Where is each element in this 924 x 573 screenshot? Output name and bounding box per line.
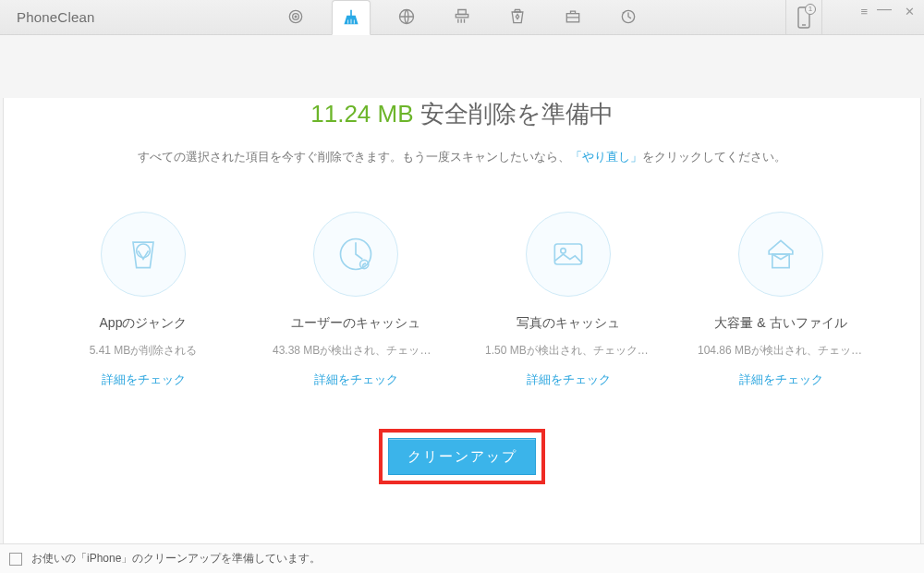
user-cache-icon bbox=[335, 234, 376, 274]
app-junk-circle bbox=[101, 212, 186, 297]
card-link[interactable]: 詳細をチェック bbox=[314, 372, 398, 388]
card-app-junk: Appのジャンク 5.41 MBが削除される 詳細をチェック bbox=[51, 212, 236, 388]
app-junk-icon bbox=[123, 234, 164, 274]
tabstrip bbox=[276, 0, 648, 34]
card-title: ユーザーのキャッシュ bbox=[291, 315, 420, 332]
card-sub: 104.86 MBが検出され、チェックしま... bbox=[698, 343, 864, 359]
status-text: お使いの「iPhone」のクリーンアップを準備しています。 bbox=[31, 551, 321, 567]
main-panel: 11.24 MB 安全削除を準備中 すべての選択された項目を今すぐ削除できます。… bbox=[3, 98, 921, 573]
window-controls: ≡ — ✕ bbox=[860, 6, 915, 18]
tab-clean[interactable] bbox=[332, 0, 371, 35]
device-slot[interactable]: 1 bbox=[785, 0, 822, 35]
cleanup-button[interactable]: クリーンアップ bbox=[388, 438, 536, 475]
app-title: PhoneClean bbox=[17, 9, 95, 25]
target-icon bbox=[286, 7, 305, 26]
headline-suffix: 安全削除を準備中 bbox=[420, 100, 614, 128]
svg-point-2 bbox=[295, 16, 297, 18]
card-sub: 5.41 MBが削除される bbox=[60, 343, 226, 359]
headline-size: 11.24 MB bbox=[310, 100, 413, 128]
subline: すべての選択された項目を今すぐ削除できます。もう一度スキャンしたいなら、「やり直… bbox=[4, 149, 920, 165]
card-link[interactable]: 詳細をチェック bbox=[527, 372, 611, 388]
shredder-icon bbox=[453, 7, 471, 26]
cleanup-highlight: クリーンアップ bbox=[379, 429, 545, 484]
retry-link[interactable]: 「やり直し」 bbox=[570, 150, 642, 164]
recycle-bin-icon bbox=[508, 7, 527, 26]
briefcase-icon bbox=[564, 7, 582, 26]
refresh-icon bbox=[619, 7, 638, 26]
card-sub: 43.38 MBが検出され、チェックしま... bbox=[273, 343, 439, 359]
card-photo-cache: 写真のキャッシュ 1.50 MBが検出され、チェックします... 詳細をチェック bbox=[476, 212, 661, 388]
card-user-cache: ユーザーのキャッシュ 43.38 MBが検出され、チェックしま... 詳細をチェ… bbox=[263, 212, 448, 388]
card-sub: 1.50 MBが検出され、チェックします... bbox=[485, 343, 651, 359]
tab-internet[interactable] bbox=[387, 0, 426, 34]
statusbar: お使いの「iPhone」のクリーンアップを準備しています。 bbox=[0, 543, 924, 573]
globe-icon bbox=[397, 7, 416, 26]
broom-icon bbox=[342, 8, 360, 27]
subline-post: をクリックしてください。 bbox=[642, 150, 786, 164]
large-old-circle bbox=[738, 212, 823, 297]
user-cache-circle bbox=[313, 212, 398, 297]
card-title: 写真のキャッシュ bbox=[517, 315, 620, 332]
tab-restore[interactable] bbox=[609, 0, 648, 34]
headline: 11.24 MB 安全削除を準備中 bbox=[4, 98, 920, 130]
tab-speedup[interactable] bbox=[553, 0, 592, 34]
minimize-icon[interactable]: — bbox=[877, 3, 892, 16]
subline-pre: すべての選択された項目を今すぐ削除できます。もう一度スキャンしたいなら、 bbox=[138, 150, 570, 164]
titlebar: PhoneClean 1 ≡ — ✕ bbox=[0, 0, 924, 35]
tab-target[interactable] bbox=[276, 0, 315, 34]
tab-toolbox[interactable] bbox=[443, 0, 481, 34]
card-link[interactable]: 詳細をチェック bbox=[102, 372, 186, 388]
large-old-icon bbox=[760, 234, 801, 274]
svg-rect-12 bbox=[554, 244, 581, 264]
cards-row: Appのジャンク 5.41 MBが削除される 詳細をチェック ユーザーのキャッシ… bbox=[4, 212, 920, 388]
card-link[interactable]: 詳細をチェック bbox=[739, 372, 823, 388]
status-checkbox[interactable] bbox=[9, 553, 22, 566]
card-large-old: 大容量 & 古いファイル 104.86 MBが検出され、チェックしま... 詳細… bbox=[688, 212, 873, 388]
card-title: Appのジャンク bbox=[100, 315, 188, 332]
card-title: 大容量 & 古いファイル bbox=[714, 315, 846, 332]
menu-icon[interactable]: ≡ bbox=[860, 6, 864, 18]
device-badge: 1 bbox=[805, 4, 816, 15]
photo-cache-circle bbox=[526, 212, 611, 297]
close-icon[interactable]: ✕ bbox=[905, 6, 915, 18]
svg-point-13 bbox=[561, 249, 566, 254]
photo-cache-icon bbox=[548, 234, 589, 274]
tab-privacy[interactable] bbox=[498, 0, 537, 34]
